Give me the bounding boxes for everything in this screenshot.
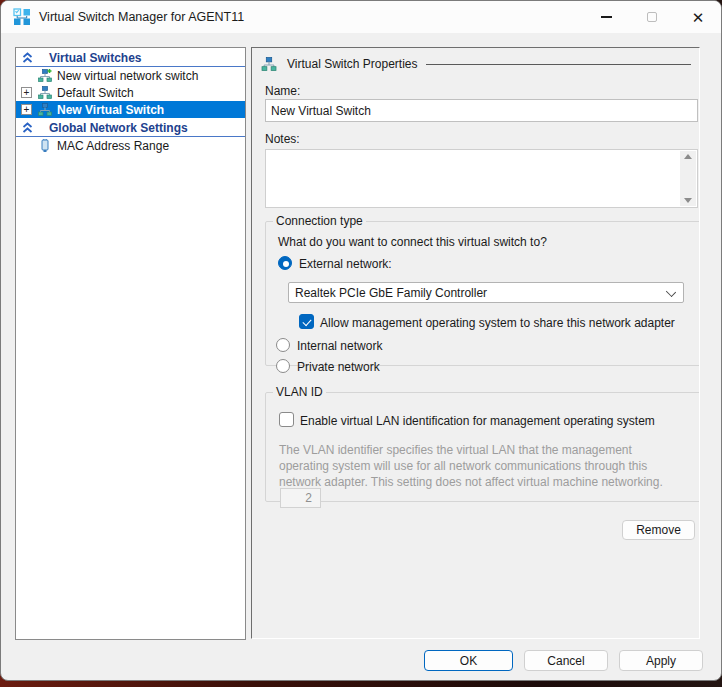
private-network-radio[interactable] — [276, 359, 290, 373]
switch-name-input[interactable] — [265, 99, 698, 122]
tree-item-mac-address-range[interactable]: MAC Address Range — [16, 137, 245, 154]
vlan-id-input — [280, 488, 321, 508]
double-chevron-up-icon — [22, 52, 33, 64]
section-title: Virtual Switch Properties — [287, 57, 418, 71]
vlan-id-group: VLAN ID Enable virtual LAN identificatio… — [265, 385, 700, 502]
network-adapter-dropdown[interactable]: Realtek PCIe GbE Family Controller — [288, 282, 684, 303]
virtual-switch-icon — [261, 57, 277, 71]
internal-network-label: Internal network — [297, 339, 382, 353]
remove-button[interactable]: Remove — [622, 520, 695, 540]
virtual-switch-icon — [38, 86, 52, 99]
mac-address-icon — [38, 139, 52, 152]
expand-plus-icon[interactable]: + — [21, 104, 32, 115]
connection-question: What do you want to connect this virtual… — [278, 235, 547, 249]
cancel-button[interactable]: Cancel — [524, 650, 608, 671]
minimize-icon — [601, 16, 612, 17]
close-button[interactable]: ✕ — [675, 1, 721, 33]
share-adapter-label: Allow management operating system to sha… — [320, 316, 675, 330]
vlan-description: The VLAN identifier specifies the virtua… — [279, 442, 685, 490]
chevron-down-icon — [666, 287, 676, 297]
connection-type-legend: Connection type — [273, 214, 366, 228]
ok-button[interactable]: OK — [424, 650, 513, 671]
tree-header-virtual-switches[interactable]: Virtual Switches — [16, 50, 245, 67]
tree-header-global-network-settings[interactable]: Global Network Settings — [16, 120, 245, 137]
vlan-id-legend: VLAN ID — [273, 385, 326, 399]
network-adapter-value: Realtek PCIe GbE Family Controller — [295, 286, 487, 300]
share-adapter-checkbox[interactable] — [299, 314, 314, 329]
maximize-button — [629, 1, 675, 33]
notes-scrollbar[interactable] — [680, 151, 696, 206]
switch-tree-panel: Virtual Switches New virtual network swi… — [15, 47, 246, 640]
tree-item-new-virtual-network-switch[interactable]: New virtual network switch — [16, 67, 245, 84]
notes-textarea[interactable] — [265, 149, 698, 208]
app-icon — [13, 8, 31, 26]
tree-header-label: Virtual Switches — [49, 51, 141, 65]
private-network-label: Private network — [297, 360, 380, 374]
close-icon: ✕ — [692, 10, 705, 25]
name-label: Name: — [265, 84, 300, 98]
maximize-icon — [647, 12, 657, 22]
virtual-switch-manager-window: Virtual Switch Manager for AGENT11 ✕ Vir… — [0, 0, 722, 681]
double-chevron-up-icon — [22, 122, 33, 134]
titlebar: Virtual Switch Manager for AGENT11 ✕ — [1, 1, 721, 33]
enable-vlan-label: Enable virtual LAN identification for ma… — [300, 414, 655, 428]
window-title: Virtual Switch Manager for AGENT11 — [39, 10, 244, 24]
tree-item-label: New virtual network switch — [57, 69, 198, 83]
section-rule — [426, 64, 692, 65]
tree-header-label: Global Network Settings — [49, 121, 188, 135]
virtual-switch-icon — [38, 103, 52, 116]
tree-item-default-switch[interactable]: + Default Switch — [16, 84, 245, 101]
external-network-label: External network: — [299, 257, 392, 271]
connection-type-group: Connection type What do you want to conn… — [265, 214, 700, 366]
enable-vlan-checkbox[interactable] — [279, 412, 294, 427]
notes-label: Notes: — [265, 132, 300, 146]
scroll-up-icon[interactable] — [684, 154, 692, 159]
internal-network-radio[interactable] — [276, 338, 290, 352]
tree-item-new-virtual-switch[interactable]: + New Virtual Switch — [16, 101, 245, 118]
minimize-button[interactable] — [583, 1, 629, 33]
tree-item-label: New Virtual Switch — [57, 103, 164, 117]
properties-pane: Virtual Switch Properties Name: Notes: C… — [251, 47, 700, 639]
external-network-radio[interactable] — [278, 256, 292, 270]
expand-plus-icon[interactable]: + — [21, 87, 32, 98]
apply-button[interactable]: Apply — [619, 650, 703, 671]
tree-item-label: Default Switch — [57, 86, 134, 100]
tree-item-label: MAC Address Range — [57, 139, 169, 153]
scroll-down-icon[interactable] — [684, 198, 692, 203]
new-virtual-switch-icon — [38, 69, 52, 82]
